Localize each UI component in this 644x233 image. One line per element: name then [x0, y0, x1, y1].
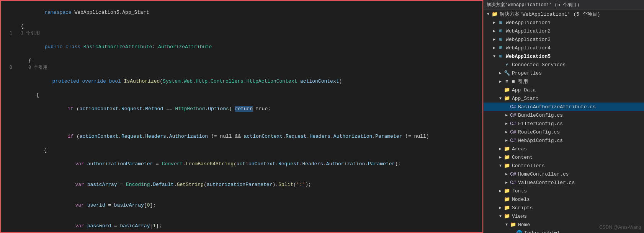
- expand-icon: ▶: [497, 147, 503, 151]
- project-icon: ⊞: [497, 28, 504, 34]
- item-label: fonts: [512, 188, 527, 194]
- tree-item-connected[interactable]: ⚡ Connected Services: [484, 60, 644, 69]
- item-label: WebApplication1: [506, 20, 551, 26]
- tree-item-content[interactable]: ▶ 📁 Content: [484, 153, 644, 161]
- cs-icon: C#: [510, 138, 517, 143]
- item-label: ■ 引用: [512, 78, 528, 85]
- expand-icon: ▶: [491, 29, 497, 33]
- code-line: if (actionContext.Request.Headers.Author…: [1, 126, 482, 147]
- expand-icon: ▼: [503, 223, 510, 227]
- tree-item-models[interactable]: 📁 Models: [484, 195, 644, 204]
- code-line: var password = basicArray[1];: [1, 216, 482, 232]
- folder-icon: 📁: [503, 196, 510, 202]
- ref-icon: ≡: [503, 79, 510, 85]
- tree-item-webapp2[interactable]: ▶ ⊞ WebApplication2: [484, 27, 644, 35]
- item-label: WebApplication3: [506, 37, 551, 42]
- code-line: var userid = basicArray[0];: [1, 195, 482, 216]
- cs-icon: C#: [510, 112, 517, 118]
- code-line: if (actionContext.Request.Method == Http…: [1, 99, 482, 119]
- item-label: WebApplication4: [506, 45, 551, 51]
- item-label: WebApplication5: [506, 54, 551, 59]
- item-label: Models: [512, 197, 530, 202]
- folder-icon: 🔧: [503, 70, 510, 76]
- folder-icon: 📁: [503, 146, 510, 152]
- code-line: {: [1, 57, 482, 64]
- expand-icon: ▶: [497, 155, 503, 160]
- item-label: HomeController.cs: [518, 171, 569, 177]
- expand-icon: ▶: [491, 20, 497, 25]
- tree-item-valuescontroller[interactable]: ▶ C# ValuesController.cs: [484, 178, 644, 187]
- expand-icon: ▶: [503, 113, 510, 117]
- watermark: CSDN @Ares-Wang: [599, 225, 641, 230]
- item-label: BundleConfig.cs: [518, 112, 563, 118]
- item-label: Connected Services: [512, 62, 566, 68]
- item-label: Views: [512, 213, 527, 219]
- item-label: App_Data: [512, 87, 536, 93]
- item-label: Home: [518, 222, 530, 228]
- code-line: namespace WebApplication5.App_Start: [1, 2, 482, 23]
- expand-icon: ▶: [503, 138, 510, 143]
- tree-item-homecontroller[interactable]: ▶ C# HomeController.cs: [484, 170, 644, 178]
- tree-item-webapp3[interactable]: ▶ ⊞ WebApplication3: [484, 35, 644, 44]
- code-line: var authorizationParameter = Convert.Fro…: [1, 154, 482, 174]
- code-line: public class BasicAuthorizeAttribute: Au…: [1, 37, 482, 57]
- tree-item-fonts[interactable]: ▶ 📁 fonts: [484, 187, 644, 195]
- editor-panel: namespace WebApplication5.App_Start { 1 …: [0, 0, 483, 233]
- folder-icon: 📁: [503, 213, 510, 219]
- connected-icon: ⚡: [503, 62, 510, 68]
- tree-item-solution[interactable]: ▼ 📁 解决方案'WebApplication1' (5 个项目): [484, 10, 644, 18]
- tree-item-appstart[interactable]: ▼ 📁 App_Start: [484, 94, 644, 103]
- tree-item-properties[interactable]: ▶ 🔧 Properties: [484, 69, 644, 77]
- code-line: protected override bool IsAuthorized(Sys…: [1, 71, 482, 92]
- expand-icon: ▶: [497, 189, 503, 193]
- tree-item-areas[interactable]: ▶ 📁 Areas: [484, 145, 644, 153]
- tree-item-webapp5[interactable]: ▼ ⊞ WebApplication5: [484, 52, 644, 60]
- item-label: ValuesController.cs: [518, 180, 575, 186]
- tree-item-routeconfig[interactable]: ▶ C# RouteConfig.cs: [484, 128, 644, 136]
- expand-icon: ▼: [497, 164, 503, 168]
- tree-item-basicauth[interactable]: C# BasicAuthorizeAttribute.cs: [484, 103, 644, 111]
- expand-icon: ▶: [497, 79, 503, 84]
- tree-item-scripts[interactable]: ▶ 📁 Scripts: [484, 204, 644, 212]
- tree-item-views[interactable]: ▼ 📁 Views: [484, 212, 644, 220]
- item-label: Properties: [512, 70, 542, 76]
- cs-icon: C#: [510, 180, 517, 186]
- expand-icon: ▼: [497, 214, 503, 218]
- expand-icon: ▼: [497, 96, 503, 101]
- sidebar-panel: 解决方案'WebApplication1' (5 个项目) ▼ 📁 解决方案'W…: [483, 0, 644, 233]
- item-label: Areas: [512, 146, 527, 152]
- expand-icon: ▶: [497, 71, 503, 75]
- cs-icon: C#: [510, 104, 517, 110]
- project-icon: ⊞: [497, 36, 504, 42]
- tree-item-webapiconfig[interactable]: ▶ C# WebApiConfig.cs: [484, 136, 644, 145]
- folder-icon: 📁: [503, 154, 510, 160]
- tree-item-webapp1[interactable]: ▶ ⊞ WebApplication1: [484, 18, 644, 27]
- tree-item-filterconfig[interactable]: ▶ C# FilterConfig.cs: [484, 119, 644, 128]
- folder-icon: 📁: [503, 87, 510, 93]
- tree-item-controllers[interactable]: ▼ 📁 Controllers: [484, 161, 644, 170]
- item-label: Controllers: [512, 163, 545, 169]
- item-label: FilterConfig.cs: [518, 121, 563, 127]
- code-line: {: [1, 92, 482, 99]
- expand-icon: ▶: [491, 46, 497, 50]
- cs-icon: C#: [510, 171, 517, 177]
- item-label: WebApplication2: [506, 28, 551, 34]
- project-icon: ⊞: [497, 53, 504, 59]
- expand-icon: ▼: [491, 54, 497, 59]
- code-area: namespace WebApplication5.App_Start { 1 …: [1, 1, 482, 232]
- item-label: App_Start: [512, 96, 539, 101]
- tree-item-appdata[interactable]: 📁 App_Data: [484, 86, 644, 94]
- expand-icon: ▶: [497, 205, 503, 210]
- cs-icon: C#: [510, 129, 517, 135]
- expand-icon: ▶: [503, 172, 510, 176]
- tree-item-webapp4[interactable]: ▶ ⊞ WebApplication4: [484, 44, 644, 52]
- html-icon: 🌐: [516, 230, 523, 233]
- tree-container[interactable]: ▼ 📁 解决方案'WebApplication1' (5 个项目) ▶ ⊞ We…: [484, 10, 644, 233]
- item-label: Index.cshtml: [524, 230, 560, 233]
- tree-item-bundleconfig[interactable]: ▶ C# BundleConfig.cs: [484, 111, 644, 119]
- folder-icon: 📁: [503, 205, 510, 211]
- code-line: {: [1, 23, 482, 30]
- code-line: var basicArray = Encoding.Default.GetStr…: [1, 174, 482, 195]
- project-icon: ⊞: [497, 45, 504, 51]
- tree-item-refs[interactable]: ▶ ≡ ■ 引用: [484, 77, 644, 86]
